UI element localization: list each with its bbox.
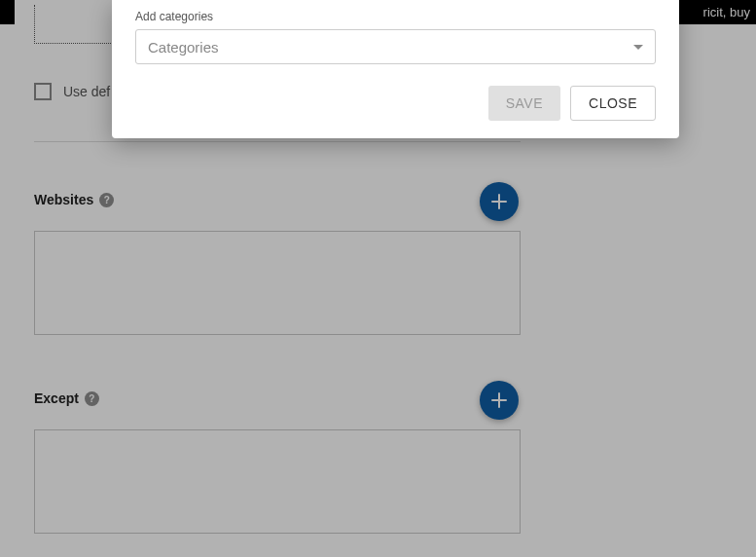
categories-select[interactable]: Categories [135,29,656,64]
close-button[interactable]: CLOSE [570,86,656,121]
add-categories-dialog: Add categories Categories SAVE CLOSE [112,0,679,138]
chevron-down-icon [633,45,643,50]
save-button: SAVE [488,86,560,121]
select-placeholder: Categories [148,39,219,56]
dialog-actions: SAVE CLOSE [135,86,656,121]
dialog-label: Add categories [135,10,656,23]
